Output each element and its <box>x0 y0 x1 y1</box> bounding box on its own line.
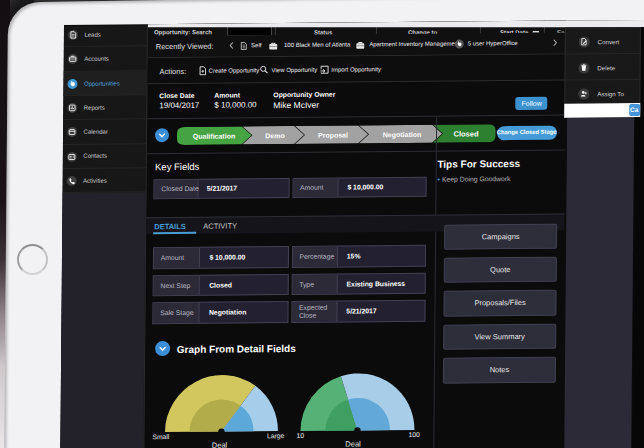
svg-text:Qualification: Qualification <box>192 132 234 140</box>
svg-text:Demo: Demo <box>264 132 284 139</box>
svg-text:Negotiation: Negotiation <box>382 130 421 138</box>
svg-text:Proposal: Proposal <box>317 131 347 139</box>
svg-text:Closed: Closed <box>452 129 478 138</box>
